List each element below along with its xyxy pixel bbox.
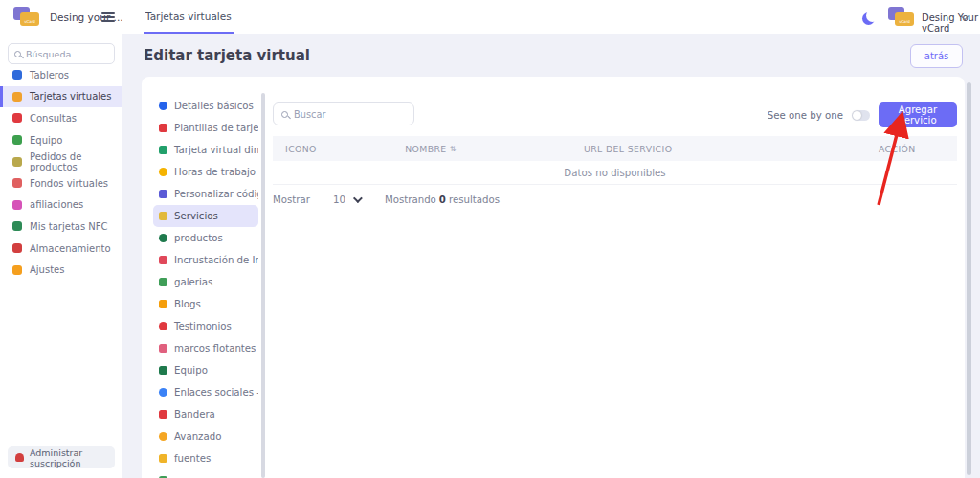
tab-tarjetas-virtuales[interactable]: Tarjetas virtuales xyxy=(144,0,234,34)
sidebar-item-label: Equipo xyxy=(30,135,62,146)
backgrounds-icon xyxy=(12,178,22,188)
sidebar-item-label: Almacenamiento xyxy=(30,243,111,254)
menu-item-label: Personalizar código QR xyxy=(174,189,258,199)
column-header-label: NOMBRE xyxy=(405,144,446,154)
menu-item-plantillas[interactable]: Plantillas de tarjetas virtuales xyxy=(153,117,258,139)
menu-item-galerias[interactable]: galerias xyxy=(153,271,258,293)
search-icon xyxy=(281,111,288,118)
showing-prefix: Mostrando xyxy=(385,194,436,205)
menu-item-tarjeta-dinamica[interactable]: Tarjeta virtual dinámica xyxy=(153,139,258,161)
column-header-url: URL DEL SERVICIO xyxy=(584,136,672,161)
sidebar-search-input[interactable] xyxy=(26,49,102,59)
services-search-box[interactable] xyxy=(273,102,414,125)
back-button[interactable]: atrás xyxy=(910,44,963,68)
sidebar-item-fondos[interactable]: Fondos virtuales xyxy=(0,172,122,194)
settings-gear-icon xyxy=(12,265,22,275)
sort-icon[interactable]: ⇅ xyxy=(450,145,457,153)
services-search-input[interactable] xyxy=(294,109,390,120)
sidebar-search-box[interactable] xyxy=(8,43,115,64)
menu-item-partial[interactable] xyxy=(153,469,258,478)
see-one-by-one-label: See one by one xyxy=(768,110,843,121)
clock-icon xyxy=(159,168,167,176)
page-title: Editar tarjeta virtual xyxy=(144,47,310,64)
search-icon xyxy=(14,51,21,57)
logo-front-card: vCard xyxy=(20,12,39,26)
hamburger-menu-icon[interactable] xyxy=(101,12,115,23)
menu-item-label: Detalles básicos xyxy=(174,101,254,111)
sidebar-item-label: Tarjetas virtuales xyxy=(30,91,111,102)
menu-item-enlaces-sociales[interactable]: Enlaces sociales - Sitio web xyxy=(153,381,258,403)
crown-icon xyxy=(15,453,24,462)
menu-item-label: productos xyxy=(174,233,223,243)
sidebar-item-label: afiliaciones xyxy=(30,199,83,210)
product-icon xyxy=(159,234,167,242)
sidebar-item-tarjetas-virtuales[interactable]: Tarjetas virtuales xyxy=(0,86,122,108)
page-size-select[interactable]: 10 xyxy=(333,194,360,205)
template-icon xyxy=(159,124,167,132)
fonts-icon xyxy=(159,454,167,463)
sidebar-item-consultas[interactable]: Consultas xyxy=(0,107,122,129)
flag-icon xyxy=(159,410,167,419)
menu-item-label: Plantillas de tarjetas virtuales xyxy=(174,123,258,133)
chat-bubble-icon xyxy=(159,322,167,330)
left-sidebar: Tableros Tarjetas virtuales Consultas Eq… xyxy=(0,34,122,478)
menu-item-label: Enlaces sociales - Sitio web xyxy=(174,387,258,398)
user-menu[interactable]: Desing Your vCard xyxy=(922,12,980,34)
menu-item-codigo-qr[interactable]: Personalizar código QR xyxy=(153,183,258,205)
menu-item-detalles-basicos[interactable]: Detalles básicos xyxy=(153,95,258,117)
sidebar-item-nfc[interactable]: Mis tarjetas NFC xyxy=(0,216,122,238)
team-icon xyxy=(159,366,167,375)
page-size-value: 10 xyxy=(333,194,345,205)
sidebar-item-label: Ajustes xyxy=(30,264,64,275)
table-header: ICONO NOMBRE⇅ URL DEL SERVICIO ACCIÓN xyxy=(273,136,957,161)
sidebar-item-ajustes[interactable]: Ajustes xyxy=(0,259,122,281)
sidebar-item-equipo[interactable]: Equipo xyxy=(0,129,122,151)
info-icon xyxy=(159,102,167,110)
sidebar-item-label: Mis tarjetas NFC xyxy=(30,221,108,232)
sidebar-item-label: Tableros xyxy=(30,70,69,80)
manage-subscription-label: Administrar suscripción xyxy=(30,447,107,468)
sidebar-item-pedidos[interactable]: Pedidos de productos xyxy=(0,150,122,172)
mostrar-label: Mostrar xyxy=(273,194,310,205)
menu-item-label: Incrustación de Instagram xyxy=(174,255,258,265)
menu-item-testimonios[interactable]: Testimonios xyxy=(153,315,258,337)
frame-icon xyxy=(159,344,167,353)
menu-item-label: Testimonios xyxy=(174,321,232,331)
advanced-icon xyxy=(159,432,167,441)
menu-item-label: Avanzado xyxy=(174,431,221,442)
logo-front-card: vCard xyxy=(895,12,914,26)
inquiries-icon xyxy=(12,113,22,123)
menu-item-label: marcos flotantes xyxy=(174,343,256,353)
sidebar-item-label: Fondos virtuales xyxy=(30,178,108,189)
menu-item-marcos-flotantes[interactable]: marcos flotantes xyxy=(153,337,258,359)
menu-item-servicios[interactable]: Servicios xyxy=(153,205,258,227)
app-logo-icon: vCard xyxy=(13,7,42,28)
sidebar-item-tableros[interactable]: Tableros xyxy=(0,64,122,86)
sidebar-item-almacenamiento[interactable]: Almacenamiento xyxy=(0,238,122,260)
menu-item-avanzado[interactable]: Avanzado xyxy=(153,425,258,447)
card-scrollbar[interactable] xyxy=(967,82,971,475)
manage-subscription-button[interactable]: Administrar suscripción xyxy=(8,446,115,468)
team-icon xyxy=(12,135,22,145)
column-header-nombre[interactable]: NOMBRE⇅ xyxy=(405,136,457,161)
chart-icon xyxy=(159,146,167,154)
menu-scrollbar[interactable] xyxy=(261,93,265,478)
menu-item-blogs[interactable]: Blogs xyxy=(153,293,258,315)
sidebar-item-label: Pedidos de productos xyxy=(30,151,122,172)
menu-item-bandera[interactable]: Bandera xyxy=(153,403,258,425)
menu-item-fuentes[interactable]: fuentes xyxy=(153,447,258,469)
table-controls: See one by one Agregar servicio xyxy=(670,102,957,127)
nfc-card-icon xyxy=(12,221,22,231)
menu-item-instagram[interactable]: Incrustación de Instagram xyxy=(153,249,258,271)
dark-mode-moon-icon[interactable] xyxy=(866,10,879,22)
gallery-icon xyxy=(159,278,167,286)
sidebar-nav: Tableros Tarjetas virtuales Consultas Eq… xyxy=(0,64,122,281)
orders-icon xyxy=(12,157,22,167)
result-count: 0 xyxy=(439,194,446,205)
table-empty-state: Datos no disponibles xyxy=(273,161,957,185)
menu-item-horas-de-trabajo[interactable]: Horas de trabajo xyxy=(153,161,258,183)
sidebar-item-afiliaciones[interactable]: afiliaciones xyxy=(0,194,122,216)
menu-item-productos[interactable]: productos xyxy=(153,227,258,249)
arrow-shaft xyxy=(879,124,900,205)
menu-item-equipo[interactable]: Equipo xyxy=(153,359,258,381)
